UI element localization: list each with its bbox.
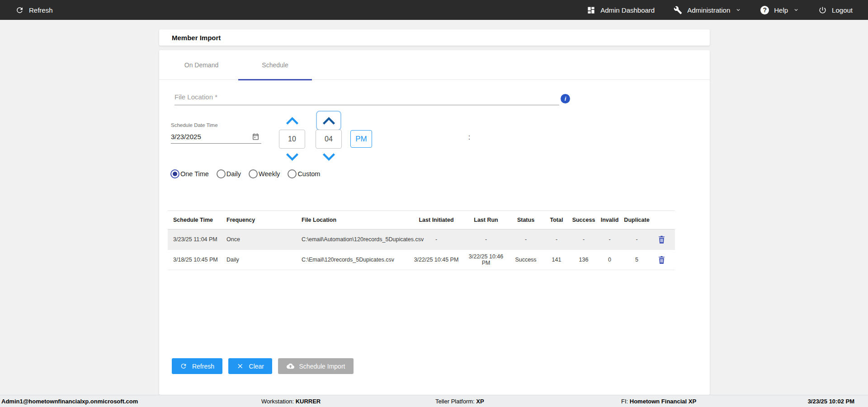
cell-status: -	[509, 236, 543, 243]
meridiem-toggle-button[interactable]: PM	[350, 130, 372, 148]
delete-row-button[interactable]	[658, 235, 665, 244]
column-header: Last Initiated	[409, 217, 463, 223]
delete-row-button[interactable]	[658, 256, 665, 264]
column-header: Last Run	[463, 217, 509, 223]
radio-daily-label: Daily	[226, 170, 241, 178]
minute-increment-button[interactable]	[316, 111, 341, 131]
chevron-down-icon	[793, 7, 799, 13]
schedule-import-button[interactable]: Schedule Import	[278, 358, 354, 374]
minute-input[interactable]: 04	[316, 130, 342, 149]
schedule-date-time-label: Schedule Date Time	[171, 122, 218, 128]
tab-on-demand-label: On Demand	[184, 61, 218, 69]
cell-invalid: 0	[597, 257, 622, 263]
chevron-down-icon	[735, 7, 741, 13]
cell-success: -	[570, 236, 597, 243]
trash-icon	[658, 256, 665, 264]
cell-total: 141	[543, 257, 570, 263]
radio-custom-label: Custom	[297, 170, 320, 178]
chevron-up-icon	[286, 117, 298, 125]
power-icon	[818, 6, 827, 14]
tab-schedule-label: Schedule	[262, 61, 288, 69]
radio-button-icon	[217, 169, 226, 178]
radio-custom[interactable]: Custom	[288, 169, 320, 178]
cell-frequency: Daily	[221, 257, 296, 263]
tab-on-demand[interactable]: On Demand	[165, 50, 238, 80]
radio-weekly-label: Weekly	[259, 170, 280, 178]
info-icon[interactable]: i	[561, 94, 570, 103]
cell-total: -	[543, 236, 570, 243]
teller-platform-value: XP	[476, 398, 484, 405]
cell-file-location: C:\email\Automation\120records_5Dupicate…	[296, 236, 409, 243]
action-button-row: Refresh Clear Schedule Import	[172, 358, 354, 374]
cell-last-initiated: 3/22/25 10:45 PM	[409, 257, 463, 263]
schedule-import-button-label: Schedule Import	[299, 363, 345, 370]
cell-duplicate: 5	[622, 257, 651, 263]
topbar-logout-button[interactable]: Logout	[818, 6, 853, 14]
chevron-down-icon	[323, 153, 335, 161]
radio-button-icon	[288, 169, 297, 178]
workstation-label: Workstation:	[261, 398, 296, 405]
table-body: 3/23/25 11:04 PM Once C:\email\Automatio…	[168, 229, 675, 270]
refresh-button[interactable]: Refresh	[172, 358, 222, 374]
radio-weekly[interactable]: Weekly	[249, 169, 280, 178]
topbar-refresh-button[interactable]: Refresh	[15, 6, 53, 14]
column-header: Status	[509, 217, 543, 223]
cell-status: Success	[509, 257, 543, 263]
hour-increment-button[interactable]	[279, 116, 305, 125]
wrench-icon	[674, 6, 682, 14]
cell-schedule-time: 3/18/25 10:45 PM	[168, 257, 221, 263]
teller-platform-info: Teller Platform: XP	[435, 398, 484, 405]
date-value: 3/23/2025	[171, 133, 201, 140]
logged-in-user: Admin1@hometownfinancialxp.onmicrosoft.c…	[1, 398, 138, 405]
workstation-info: Workstation: KURRER	[261, 398, 321, 405]
column-header: File Location	[296, 217, 409, 223]
cell-last-initiated: -	[409, 236, 463, 243]
column-header: Invalid	[597, 217, 622, 223]
cell-invalid: -	[597, 236, 622, 243]
clear-button[interactable]: Clear	[228, 358, 272, 374]
admin-dashboard-label: Admin Dashboard	[600, 6, 655, 14]
topbar-admin-dashboard[interactable]: Admin Dashboard	[587, 6, 655, 14]
close-icon	[236, 362, 244, 370]
hour-decrement-button[interactable]	[279, 152, 305, 161]
radio-button-icon	[249, 169, 258, 178]
chevron-down-icon	[286, 153, 298, 161]
radio-one-time[interactable]: One Time	[170, 169, 209, 178]
topbar-administration-menu[interactable]: Administration	[674, 6, 741, 14]
tab-schedule[interactable]: Schedule	[238, 50, 312, 80]
radio-button-icon	[170, 169, 179, 178]
clear-button-label: Clear	[249, 363, 264, 370]
cell-frequency: Once	[221, 236, 296, 243]
cloud-upload-icon	[287, 362, 294, 370]
page-title-card: Member Import	[159, 29, 710, 46]
cell-last-run: -	[463, 236, 509, 243]
cell-schedule-time: 3/23/25 11:04 PM	[168, 236, 221, 243]
refresh-button-label: Refresh	[192, 363, 214, 370]
member-import-panel: On Demand Schedule i Schedule Date Time …	[159, 50, 710, 395]
topbar-refresh-label: Refresh	[29, 6, 53, 14]
column-header: Duplicate	[622, 217, 651, 223]
frequency-radio-group: One Time Daily Weekly Custom	[170, 169, 328, 178]
refresh-icon	[180, 362, 187, 370]
status-bar-timestamp: 3/23/25 10:02 PM	[808, 398, 854, 405]
hour-input[interactable]: 10	[279, 130, 305, 149]
date-input[interactable]: 3/23/2025	[171, 130, 261, 144]
teller-platform-label: Teller Platform:	[435, 398, 476, 405]
help-label: Help	[774, 6, 788, 14]
cell-duplicate: -	[622, 236, 651, 243]
column-header: Frequency	[221, 217, 296, 223]
fi-value: Hometown Financial XP	[630, 398, 696, 405]
column-header: Total	[543, 217, 570, 223]
radio-daily[interactable]: Daily	[217, 169, 241, 178]
table-header-row: Schedule TimeFrequencyFile LocationLast …	[168, 211, 675, 229]
file-location-input[interactable]	[175, 89, 559, 105]
cell-last-run: 3/22/25 10:46 PM	[463, 253, 509, 266]
minute-decrement-button[interactable]	[316, 152, 342, 161]
calendar-icon[interactable]	[252, 133, 259, 140]
financial-institution-info: FI: Hometown Financial XP	[621, 398, 696, 405]
top-navigation-bar: Refresh Admin Dashboard Administration ?…	[0, 0, 868, 20]
table-row[interactable]: 3/23/25 11:04 PM Once C:\email\Automatio…	[168, 229, 675, 250]
topbar-help-menu[interactable]: ? Help	[760, 6, 799, 14]
help-icon: ?	[760, 6, 769, 14]
table-row[interactable]: 3/18/25 10:45 PM Daily C:\Email\120recor…	[168, 250, 675, 270]
